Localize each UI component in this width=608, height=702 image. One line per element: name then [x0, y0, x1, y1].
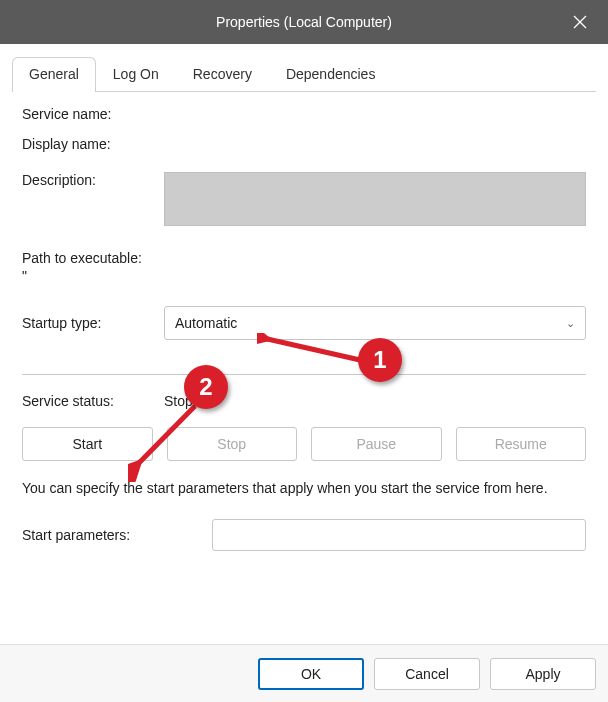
- startup-type-label: Startup type:: [22, 315, 164, 331]
- stop-button: Stop: [167, 427, 298, 461]
- start-params-hint: You can specify the start parameters tha…: [22, 479, 586, 499]
- resume-button: Resume: [456, 427, 587, 461]
- window-title: Properties (Local Computer): [216, 14, 392, 30]
- chevron-down-icon: ⌄: [566, 317, 575, 330]
- startup-type-value: Automatic: [175, 315, 237, 331]
- tab-recovery[interactable]: Recovery: [176, 57, 269, 92]
- start-button[interactable]: Start: [22, 427, 153, 461]
- description-textarea[interactable]: [164, 172, 586, 226]
- display-name-label: Display name:: [22, 136, 164, 152]
- tab-body-general: Service name: Display name: Description:…: [12, 94, 596, 575]
- apply-button[interactable]: Apply: [490, 658, 596, 690]
- ok-button[interactable]: OK: [258, 658, 364, 690]
- tab-dependencies[interactable]: Dependencies: [269, 57, 393, 92]
- service-name-label: Service name:: [22, 106, 164, 122]
- description-label: Description:: [22, 172, 164, 188]
- tab-strip: General Log On Recovery Dependencies: [12, 56, 596, 92]
- path-label: Path to executable:: [22, 250, 142, 266]
- start-params-input[interactable]: [212, 519, 586, 551]
- path-value: ": [22, 268, 586, 284]
- tab-log-on[interactable]: Log On: [96, 57, 176, 92]
- close-icon: [573, 15, 587, 29]
- start-params-label: Start parameters:: [22, 527, 212, 543]
- section-divider: [22, 374, 586, 375]
- annotation-badge-2: 2: [184, 365, 228, 409]
- service-status-value: Stopped: [164, 393, 586, 409]
- title-bar: Properties (Local Computer): [0, 0, 608, 44]
- dialog-footer: OK Cancel Apply: [258, 658, 596, 690]
- startup-type-select[interactable]: Automatic ⌄: [164, 306, 586, 340]
- pause-button: Pause: [311, 427, 442, 461]
- close-button[interactable]: [552, 0, 608, 44]
- cancel-button[interactable]: Cancel: [374, 658, 480, 690]
- tab-general[interactable]: General: [12, 57, 96, 92]
- annotation-badge-1: 1: [358, 338, 402, 382]
- service-status-label: Service status:: [22, 393, 164, 409]
